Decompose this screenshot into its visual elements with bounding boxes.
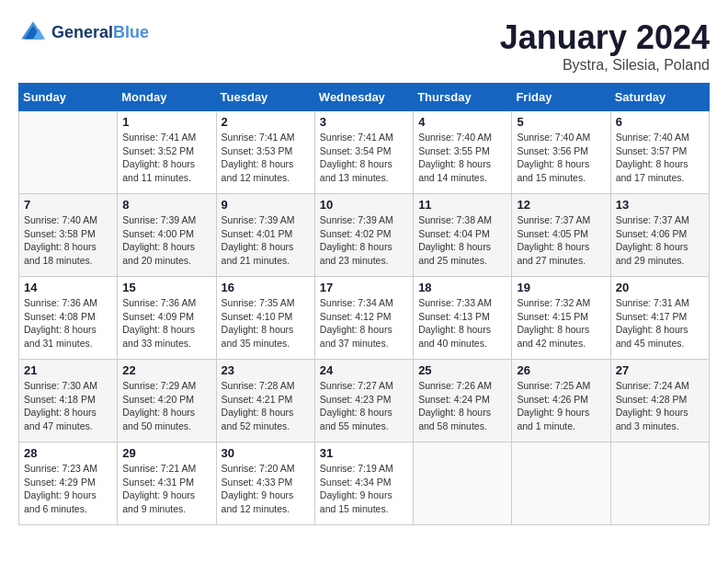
calendar-cell: 28Sunrise: 7:23 AMSunset: 4:29 PMDayligh… xyxy=(19,442,118,525)
calendar-week-3: 14Sunrise: 7:36 AMSunset: 4:08 PMDayligh… xyxy=(19,277,710,360)
calendar-week-2: 7Sunrise: 7:40 AMSunset: 3:58 PMDaylight… xyxy=(19,194,710,277)
logo-text: GeneralBlue xyxy=(51,24,149,42)
calendar-cell xyxy=(19,111,118,194)
day-info: Sunrise: 7:21 AMSunset: 4:31 PMDaylight:… xyxy=(122,462,210,516)
weekday-header-row: SundayMondayTuesdayWednesdayThursdayFrid… xyxy=(19,84,710,111)
calendar-cell: 24Sunrise: 7:27 AMSunset: 4:23 PMDayligh… xyxy=(314,360,413,442)
weekday-header-tuesday: Tuesday xyxy=(216,84,314,111)
calendar-cell: 31Sunrise: 7:19 AMSunset: 4:34 PMDayligh… xyxy=(314,442,413,525)
day-number: 10 xyxy=(320,198,408,212)
calendar-cell: 4Sunrise: 7:40 AMSunset: 3:55 PMDaylight… xyxy=(414,111,512,194)
day-number: 7 xyxy=(24,198,112,212)
day-info: Sunrise: 7:39 AMSunset: 4:00 PMDaylight:… xyxy=(122,213,210,268)
day-info: Sunrise: 7:34 AMSunset: 4:12 PMDaylight:… xyxy=(320,296,408,350)
day-number: 24 xyxy=(320,363,408,377)
calendar-table: SundayMondayTuesdayWednesdayThursdayFrid… xyxy=(18,83,710,525)
calendar-cell: 7Sunrise: 7:40 AMSunset: 3:58 PMDaylight… xyxy=(19,194,118,277)
day-info: Sunrise: 7:28 AMSunset: 4:21 PMDaylight:… xyxy=(222,379,310,433)
day-number: 18 xyxy=(418,281,506,294)
weekday-header-wednesday: Wednesday xyxy=(314,84,413,111)
day-info: Sunrise: 7:27 AMSunset: 4:23 PMDaylight:… xyxy=(320,379,408,433)
page-header: GeneralBlue January 2024 Bystra, Silesia… xyxy=(18,18,710,74)
calendar-cell: 27Sunrise: 7:24 AMSunset: 4:28 PMDayligh… xyxy=(610,360,709,442)
calendar-cell: 23Sunrise: 7:28 AMSunset: 4:21 PMDayligh… xyxy=(216,360,314,442)
logo: GeneralBlue xyxy=(18,18,149,48)
day-number: 4 xyxy=(418,115,506,129)
day-info: Sunrise: 7:39 AMSunset: 4:01 PMDaylight:… xyxy=(222,213,310,268)
calendar-cell: 15Sunrise: 7:36 AMSunset: 4:09 PMDayligh… xyxy=(118,277,216,360)
day-number: 11 xyxy=(418,198,506,212)
weekday-header-sunday: Sunday xyxy=(19,84,118,111)
day-info: Sunrise: 7:32 AMSunset: 4:15 PMDaylight:… xyxy=(517,296,605,350)
day-info: Sunrise: 7:41 AMSunset: 3:52 PMDaylight:… xyxy=(122,131,210,185)
day-info: Sunrise: 7:20 AMSunset: 4:33 PMDaylight:… xyxy=(222,462,310,516)
calendar-subtitle: Bystra, Silesia, Poland xyxy=(500,57,710,74)
day-info: Sunrise: 7:35 AMSunset: 4:10 PMDaylight:… xyxy=(222,296,310,350)
weekday-header-thursday: Thursday xyxy=(414,84,512,111)
day-info: Sunrise: 7:37 AMSunset: 4:05 PMDaylight:… xyxy=(517,213,605,268)
day-info: Sunrise: 7:41 AMSunset: 3:54 PMDaylight:… xyxy=(320,131,408,185)
day-info: Sunrise: 7:39 AMSunset: 4:02 PMDaylight:… xyxy=(320,213,408,268)
calendar-cell: 17Sunrise: 7:34 AMSunset: 4:12 PMDayligh… xyxy=(314,277,413,360)
calendar-cell: 26Sunrise: 7:25 AMSunset: 4:26 PMDayligh… xyxy=(512,360,610,442)
calendar-cell: 19Sunrise: 7:32 AMSunset: 4:15 PMDayligh… xyxy=(512,277,610,360)
day-number: 17 xyxy=(320,281,408,294)
day-info: Sunrise: 7:36 AMSunset: 4:09 PMDaylight:… xyxy=(122,296,210,350)
day-info: Sunrise: 7:38 AMSunset: 4:04 PMDaylight:… xyxy=(418,213,506,268)
calendar-cell: 13Sunrise: 7:37 AMSunset: 4:06 PMDayligh… xyxy=(610,194,709,277)
day-number: 9 xyxy=(222,198,310,212)
calendar-week-1: 1Sunrise: 7:41 AMSunset: 3:52 PMDaylight… xyxy=(19,111,710,194)
calendar-cell: 22Sunrise: 7:29 AMSunset: 4:20 PMDayligh… xyxy=(118,360,216,442)
weekday-header-saturday: Saturday xyxy=(610,84,709,111)
day-info: Sunrise: 7:40 AMSunset: 3:55 PMDaylight:… xyxy=(418,131,506,185)
day-number: 8 xyxy=(122,198,210,212)
day-info: Sunrise: 7:40 AMSunset: 3:56 PMDaylight:… xyxy=(517,131,605,185)
day-info: Sunrise: 7:26 AMSunset: 4:24 PMDaylight:… xyxy=(418,379,506,433)
day-number: 21 xyxy=(24,363,112,377)
calendar-cell: 16Sunrise: 7:35 AMSunset: 4:10 PMDayligh… xyxy=(216,277,314,360)
day-number: 12 xyxy=(517,198,605,212)
calendar-week-4: 21Sunrise: 7:30 AMSunset: 4:18 PMDayligh… xyxy=(19,360,710,442)
calendar-cell: 3Sunrise: 7:41 AMSunset: 3:54 PMDaylight… xyxy=(314,111,413,194)
calendar-cell: 14Sunrise: 7:36 AMSunset: 4:08 PMDayligh… xyxy=(19,277,118,360)
calendar-cell: 10Sunrise: 7:39 AMSunset: 4:02 PMDayligh… xyxy=(314,194,413,277)
calendar-cell: 25Sunrise: 7:26 AMSunset: 4:24 PMDayligh… xyxy=(414,360,512,442)
weekday-header-monday: Monday xyxy=(118,84,216,111)
calendar-cell xyxy=(414,442,512,525)
day-number: 3 xyxy=(320,115,408,129)
day-info: Sunrise: 7:24 AMSunset: 4:28 PMDaylight:… xyxy=(616,379,704,433)
calendar-cell: 6Sunrise: 7:40 AMSunset: 3:57 PMDaylight… xyxy=(610,111,709,194)
calendar-cell: 30Sunrise: 7:20 AMSunset: 4:33 PMDayligh… xyxy=(216,442,314,525)
day-number: 29 xyxy=(122,446,210,460)
day-number: 14 xyxy=(24,281,112,294)
day-info: Sunrise: 7:23 AMSunset: 4:29 PMDaylight:… xyxy=(24,462,112,516)
day-info: Sunrise: 7:25 AMSunset: 4:26 PMDaylight:… xyxy=(517,379,605,433)
day-number: 6 xyxy=(616,115,704,129)
day-number: 2 xyxy=(222,115,310,129)
day-number: 13 xyxy=(616,198,704,212)
calendar-cell: 20Sunrise: 7:31 AMSunset: 4:17 PMDayligh… xyxy=(610,277,709,360)
day-number: 28 xyxy=(24,446,112,460)
title-section: January 2024 Bystra, Silesia, Poland xyxy=(500,18,710,74)
day-info: Sunrise: 7:37 AMSunset: 4:06 PMDaylight:… xyxy=(616,213,704,268)
day-number: 5 xyxy=(517,115,605,129)
logo-icon xyxy=(18,18,48,48)
day-info: Sunrise: 7:40 AMSunset: 3:57 PMDaylight:… xyxy=(616,131,704,185)
day-number: 23 xyxy=(222,363,310,377)
calendar-cell: 1Sunrise: 7:41 AMSunset: 3:52 PMDaylight… xyxy=(118,111,216,194)
day-number: 25 xyxy=(418,363,506,377)
day-number: 16 xyxy=(222,281,310,294)
day-info: Sunrise: 7:19 AMSunset: 4:34 PMDaylight:… xyxy=(320,462,408,516)
calendar-cell: 5Sunrise: 7:40 AMSunset: 3:56 PMDaylight… xyxy=(512,111,610,194)
calendar-cell: 9Sunrise: 7:39 AMSunset: 4:01 PMDaylight… xyxy=(216,194,314,277)
day-number: 1 xyxy=(122,115,210,129)
day-number: 15 xyxy=(122,281,210,294)
calendar-cell: 18Sunrise: 7:33 AMSunset: 4:13 PMDayligh… xyxy=(414,277,512,360)
day-info: Sunrise: 7:31 AMSunset: 4:17 PMDaylight:… xyxy=(616,296,704,350)
calendar-cell: 11Sunrise: 7:38 AMSunset: 4:04 PMDayligh… xyxy=(414,194,512,277)
day-info: Sunrise: 7:29 AMSunset: 4:20 PMDaylight:… xyxy=(122,379,210,433)
day-info: Sunrise: 7:40 AMSunset: 3:58 PMDaylight:… xyxy=(24,213,112,268)
calendar-cell xyxy=(512,442,610,525)
calendar-cell: 8Sunrise: 7:39 AMSunset: 4:00 PMDaylight… xyxy=(118,194,216,277)
calendar-cell: 2Sunrise: 7:41 AMSunset: 3:53 PMDaylight… xyxy=(216,111,314,194)
